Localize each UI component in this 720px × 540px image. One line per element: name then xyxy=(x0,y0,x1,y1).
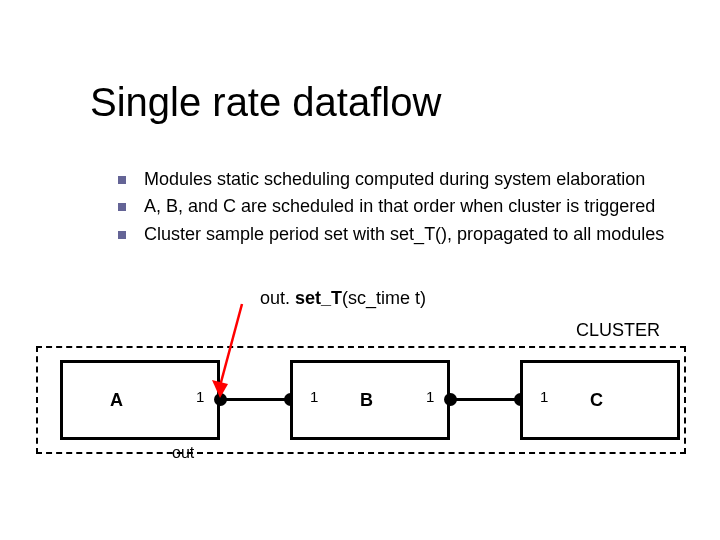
bullet-square-icon xyxy=(118,203,126,211)
module-c-in-rate: 1 xyxy=(540,388,548,405)
bullet-item: Cluster sample period set with set_T(), … xyxy=(118,223,678,246)
bullet-item: Modules static scheduling computed durin… xyxy=(118,168,678,191)
cluster-label: CLUSTER xyxy=(576,320,660,341)
bullet-square-icon xyxy=(118,231,126,239)
bullet-list: Modules static scheduling computed durin… xyxy=(118,168,678,250)
module-c-label: C xyxy=(590,390,603,411)
module-a-out-rate: 1 xyxy=(196,388,204,405)
connection-b-c xyxy=(453,398,523,401)
code-annotation: out. set_T(sc_time t) xyxy=(260,288,426,309)
annotation-arrow-icon xyxy=(210,300,250,400)
bullet-square-icon xyxy=(118,176,126,184)
bullet-text: A, B, and C are scheduled in that order … xyxy=(144,195,655,218)
module-b-in-rate: 1 xyxy=(310,388,318,405)
bullet-text: Modules static scheduling computed durin… xyxy=(144,168,645,191)
module-b-label: B xyxy=(360,390,373,411)
svg-marker-1 xyxy=(212,380,228,398)
svg-line-0 xyxy=(220,304,242,386)
module-a-label: A xyxy=(110,390,123,411)
module-b-out-rate: 1 xyxy=(426,388,434,405)
port-out-label: out xyxy=(172,444,194,462)
bullet-item: A, B, and C are scheduled in that order … xyxy=(118,195,678,218)
bullet-text: Cluster sample period set with set_T(), … xyxy=(144,223,664,246)
slide-title: Single rate dataflow xyxy=(90,80,441,125)
